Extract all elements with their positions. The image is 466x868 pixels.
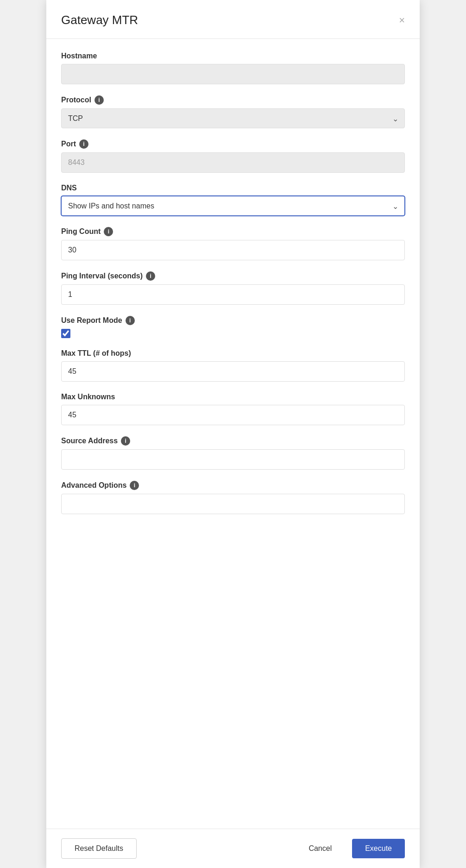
hostname-group: Hostname xyxy=(61,52,405,84)
modal-footer: Reset Defaults Cancel Execute xyxy=(46,829,420,868)
max-ttl-input[interactable] xyxy=(61,361,405,382)
port-label: Port i xyxy=(61,139,405,149)
report-mode-label: Use Report Mode i xyxy=(61,316,405,325)
footer-right-actions: Cancel Execute xyxy=(296,839,405,858)
ping-interval-info-icon: i xyxy=(146,271,155,281)
protocol-group: Protocol i TCP UDP ICMP ⌄ xyxy=(61,95,405,128)
dns-group: DNS Show IPs and host names Show IPs onl… xyxy=(61,184,405,216)
modal-title: Gateway MTR xyxy=(61,13,138,27)
reset-defaults-button[interactable]: Reset Defaults xyxy=(61,838,137,859)
close-button[interactable]: × xyxy=(399,15,405,25)
protocol-select-wrapper: TCP UDP ICMP ⌄ xyxy=(61,108,405,128)
ping-count-info-icon: i xyxy=(104,227,113,236)
ping-count-label: Ping Count i xyxy=(61,227,405,236)
protocol-label: Protocol i xyxy=(61,95,405,105)
cancel-button[interactable]: Cancel xyxy=(296,839,345,858)
modal-header: Gateway MTR × xyxy=(46,0,420,39)
max-unknowns-input[interactable] xyxy=(61,405,405,425)
advanced-options-label: Advanced Options i xyxy=(61,481,405,490)
max-unknowns-label: Max Unknowns xyxy=(61,393,405,401)
dns-select[interactable]: Show IPs and host names Show IPs only Sh… xyxy=(61,196,405,216)
advanced-options-info-icon: i xyxy=(130,481,139,490)
report-mode-group: Use Report Mode i xyxy=(61,316,405,338)
max-unknowns-group: Max Unknowns xyxy=(61,393,405,425)
ping-count-group: Ping Count i xyxy=(61,227,405,260)
report-mode-info-icon: i xyxy=(126,316,135,325)
advanced-options-group: Advanced Options i xyxy=(61,481,405,514)
execute-button[interactable]: Execute xyxy=(352,839,405,858)
report-mode-checkbox[interactable] xyxy=(61,329,70,338)
modal-dialog: Gateway MTR × Hostname Protocol i TCP UD… xyxy=(46,0,420,868)
port-group: Port i xyxy=(61,139,405,173)
protocol-select[interactable]: TCP UDP ICMP xyxy=(61,108,405,128)
dns-label: DNS xyxy=(61,184,405,192)
hostname-input[interactable] xyxy=(61,64,405,84)
report-mode-checkbox-wrapper xyxy=(61,329,405,338)
dns-select-wrapper: Show IPs and host names Show IPs only Sh… xyxy=(61,196,405,216)
modal-body: Hostname Protocol i TCP UDP ICMP ⌄ Port xyxy=(46,39,420,829)
source-address-label: Source Address i xyxy=(61,436,405,446)
source-address-group: Source Address i xyxy=(61,436,405,470)
source-address-info-icon: i xyxy=(121,436,130,446)
max-ttl-group: Max TTL (# of hops) xyxy=(61,349,405,382)
port-info-icon: i xyxy=(79,139,88,149)
ping-interval-group: Ping Interval (seconds) i xyxy=(61,271,405,305)
source-address-input[interactable] xyxy=(61,449,405,470)
ping-interval-input[interactable] xyxy=(61,284,405,305)
ping-count-input[interactable] xyxy=(61,240,405,260)
port-input[interactable] xyxy=(61,152,405,173)
advanced-options-input[interactable] xyxy=(61,494,405,514)
protocol-info-icon: i xyxy=(94,95,104,105)
ping-interval-label: Ping Interval (seconds) i xyxy=(61,271,405,281)
max-ttl-label: Max TTL (# of hops) xyxy=(61,349,405,358)
hostname-label: Hostname xyxy=(61,52,405,60)
